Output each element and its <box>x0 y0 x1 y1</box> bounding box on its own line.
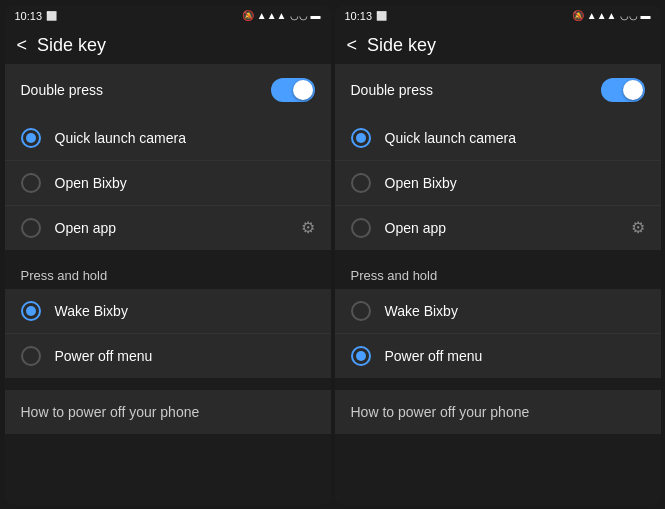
double-press-header-1: Double press <box>335 64 661 116</box>
ph-option-1-0[interactable]: Wake Bixby <box>335 289 661 334</box>
header-1: < Side key <box>335 27 661 64</box>
wifi-icon-0: ◡◡ <box>290 10 308 21</box>
gear-icon-0-2[interactable]: ⚙ <box>301 218 315 237</box>
time-1: 10:13 <box>345 10 373 22</box>
signal-icon-0: ▲▲▲ <box>257 10 287 21</box>
radio-label-1-dp-2: Open app <box>385 220 617 236</box>
status-bar-0: 10:13 ⬜ 🔕 ▲▲▲ ◡◡ ▬ <box>5 5 331 27</box>
header-0: < Side key <box>5 27 331 64</box>
press-hold-label-1: Press and hold <box>335 258 661 289</box>
radio-label-0-ph-0: Wake Bixby <box>55 303 315 319</box>
back-button-0[interactable]: < <box>17 35 28 56</box>
divider-0 <box>5 250 331 258</box>
screenshot-icon-1: ⬜ <box>376 11 387 21</box>
dp-option-0-0[interactable]: Quick launch camera <box>5 116 331 161</box>
radio-btn-0-ph-0[interactable] <box>21 301 41 321</box>
double-press-options-1: Quick launch camera Open Bixby Open app … <box>335 116 661 250</box>
double-press-label-1: Double press <box>351 82 434 98</box>
radio-label-0-dp-0: Quick launch camera <box>55 130 315 146</box>
dp-option-0-2[interactable]: Open app ⚙ <box>5 206 331 250</box>
double-press-label-0: Double press <box>21 82 104 98</box>
signal-icon-1: ▲▲▲ <box>587 10 617 21</box>
page-title-1: Side key <box>367 35 436 56</box>
ph-option-1-1[interactable]: Power off menu <box>335 334 661 378</box>
battery-icon-1: ▬ <box>641 10 651 21</box>
mute-icon-1: 🔕 <box>572 10 584 21</box>
gear-icon-1-2[interactable]: ⚙ <box>631 218 645 237</box>
bottom-link-0[interactable]: How to power off your phone <box>5 390 331 434</box>
radio-label-1-ph-1: Power off menu <box>385 348 645 364</box>
radio-btn-1-dp-2[interactable] <box>351 218 371 238</box>
press-hold-label-0: Press and hold <box>5 258 331 289</box>
radio-label-0-dp-2: Open app <box>55 220 287 236</box>
back-button-1[interactable]: < <box>347 35 358 56</box>
phone-panel-1: 10:13 ⬜ 🔕 ▲▲▲ ◡◡ ▬ < Side key Double pre… <box>335 5 661 505</box>
press-hold-options-1: Wake Bixby Power off menu <box>335 289 661 378</box>
bottom-link-1[interactable]: How to power off your phone <box>335 390 661 434</box>
status-icons-1: 🔕 ▲▲▲ ◡◡ ▬ <box>572 10 651 21</box>
dp-option-1-1[interactable]: Open Bixby <box>335 161 661 206</box>
dp-option-0-1[interactable]: Open Bixby <box>5 161 331 206</box>
divider2-0 <box>5 378 331 386</box>
screenshot-icon-0: ⬜ <box>46 11 57 21</box>
radio-btn-0-dp-1[interactable] <box>21 173 41 193</box>
double-press-toggle-0[interactable] <box>271 78 315 102</box>
radio-label-0-dp-1: Open Bixby <box>55 175 315 191</box>
page-title-0: Side key <box>37 35 106 56</box>
radio-btn-1-dp-1[interactable] <box>351 173 371 193</box>
double-press-header-0: Double press <box>5 64 331 116</box>
status-time-0: 10:13 ⬜ <box>15 10 58 22</box>
wifi-icon-1: ◡◡ <box>620 10 638 21</box>
time-0: 10:13 <box>15 10 43 22</box>
double-press-toggle-1[interactable] <box>601 78 645 102</box>
radio-label-1-ph-0: Wake Bixby <box>385 303 645 319</box>
radio-btn-1-ph-1[interactable] <box>351 346 371 366</box>
status-bar-1: 10:13 ⬜ 🔕 ▲▲▲ ◡◡ ▬ <box>335 5 661 27</box>
divider2-1 <box>335 378 661 386</box>
press-hold-options-0: Wake Bixby Power off menu <box>5 289 331 378</box>
content-0: Double press Quick launch camera Open Bi… <box>5 64 331 505</box>
dp-option-1-2[interactable]: Open app ⚙ <box>335 206 661 250</box>
radio-btn-1-ph-0[interactable] <box>351 301 371 321</box>
status-icons-0: 🔕 ▲▲▲ ◡◡ ▬ <box>242 10 321 21</box>
dp-option-1-0[interactable]: Quick launch camera <box>335 116 661 161</box>
double-press-options-0: Quick launch camera Open Bixby Open app … <box>5 116 331 250</box>
radio-btn-1-dp-0[interactable] <box>351 128 371 148</box>
phone-panel-0: 10:13 ⬜ 🔕 ▲▲▲ ◡◡ ▬ < Side key Double pre… <box>5 5 331 505</box>
battery-icon-0: ▬ <box>311 10 321 21</box>
radio-label-1-dp-0: Quick launch camera <box>385 130 645 146</box>
status-time-1: 10:13 ⬜ <box>345 10 388 22</box>
radio-btn-0-dp-2[interactable] <box>21 218 41 238</box>
divider-1 <box>335 250 661 258</box>
ph-option-0-0[interactable]: Wake Bixby <box>5 289 331 334</box>
radio-label-1-dp-1: Open Bixby <box>385 175 645 191</box>
mute-icon-0: 🔕 <box>242 10 254 21</box>
radio-btn-0-ph-1[interactable] <box>21 346 41 366</box>
content-1: Double press Quick launch camera Open Bi… <box>335 64 661 505</box>
radio-label-0-ph-1: Power off menu <box>55 348 315 364</box>
ph-option-0-1[interactable]: Power off menu <box>5 334 331 378</box>
radio-btn-0-dp-0[interactable] <box>21 128 41 148</box>
